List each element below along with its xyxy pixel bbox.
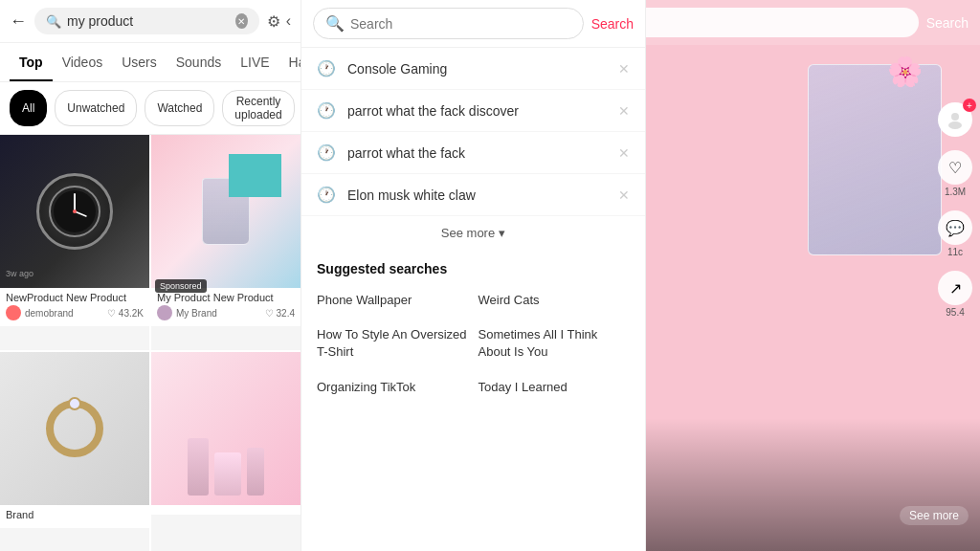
bottle-tall <box>188 438 209 496</box>
suggested-today-i-learned[interactable]: Today I Learned <box>479 375 631 400</box>
sponsored-badge: Sponsored <box>155 279 207 293</box>
like-container: ♡ 1.3M <box>938 150 972 197</box>
dropdown-search-input-wrapper: 🔍 <box>313 8 584 39</box>
clear-button[interactable]: ✕ <box>235 13 248 29</box>
dropdown-search-input[interactable] <box>350 16 571 32</box>
video-meta-1: demobrand ♡ 43.2K <box>6 305 144 320</box>
close-icon-1[interactable]: ✕ <box>618 61 630 77</box>
history-item-parrot2[interactable]: 🕐 parrot what the fack ✕ <box>301 132 645 174</box>
close-icon-3[interactable]: ✕ <box>618 145 630 161</box>
video-title-3: Brand <box>6 509 144 520</box>
video-title-2: My Product New Product <box>157 292 295 303</box>
ring-gem <box>68 397 81 410</box>
search-input-wrapper: 🔍 ✕ <box>34 8 259 34</box>
clock-icon-2: 🕐 <box>317 101 336 120</box>
perfume-large <box>808 64 942 255</box>
filter-unwatched[interactable]: Unwatched <box>55 90 137 126</box>
dropdown-search-icon: 🔍 <box>325 14 345 33</box>
suggested-how-to-style[interactable]: How To Style An Oversized T-Shirt <box>317 322 469 364</box>
tab-live[interactable]: LIVE <box>231 43 278 81</box>
share-count-right: 95.4 <box>938 307 972 318</box>
share-container: ↗ 95.4 <box>938 271 972 318</box>
suggested-title: Suggested searches <box>317 261 630 276</box>
history-text-1: Console Gaming <box>347 61 607 77</box>
clock-icon-4: 🕐 <box>317 186 336 204</box>
left-panel: ← 🔍 ✕ ⚙ ‹ Top Videos Users Sounds LIVE H… <box>0 0 301 551</box>
like-button[interactable]: ♡ <box>938 150 972 185</box>
tab-sounds[interactable]: Sounds <box>167 43 231 81</box>
brand-avatar-1 <box>6 305 21 320</box>
video-card-3[interactable]: Brand <box>0 352 149 552</box>
close-icon-4[interactable]: ✕ <box>618 187 630 203</box>
filter-watched[interactable]: Watched <box>145 90 214 126</box>
filter-row: All Unwatched Watched Recently uploaded <box>0 82 301 135</box>
settings-icon[interactable]: ⚙ <box>267 12 280 31</box>
filter-icons: ⚙ ‹ <box>267 12 291 31</box>
svg-point-5 <box>951 113 959 121</box>
right-search-button[interactable]: Search <box>926 15 969 31</box>
search-icon: 🔍 <box>46 14 61 29</box>
see-more-button-right[interactable]: See more <box>900 506 969 525</box>
history-text-2: parrot what the fack discover <box>347 103 607 119</box>
suggested-grid: Phone Wallpaper Weird Cats How To Style … <box>317 288 630 400</box>
suggested-organizing[interactable]: Organizing TikTok <box>317 375 469 400</box>
video-grid: 3w ago NewProduct New Product demobrand … <box>0 135 301 551</box>
video-info-2: My Product New Product My Brand ♡ 32.4 <box>151 288 301 326</box>
suggested-weird-cats[interactable]: Weird Cats <box>479 288 631 313</box>
clock-icon-3: 🕐 <box>317 143 336 162</box>
comment-container: 💬 11c <box>938 210 972 257</box>
brand-name-1: demobrand <box>25 308 74 319</box>
ring-image <box>46 400 103 457</box>
like-count-2: ♡ 32.4 <box>265 308 295 319</box>
watch-image <box>36 173 113 250</box>
teal-box <box>229 154 281 197</box>
bottle-short <box>214 452 241 496</box>
history-item-elon[interactable]: 🕐 Elon musk white claw ✕ <box>301 174 645 216</box>
see-more-row[interactable]: See more ▾ <box>301 216 645 250</box>
time-ago: 3w ago <box>6 269 33 278</box>
history-item-console[interactable]: 🕐 Console Gaming ✕ <box>301 48 645 90</box>
collapse-icon[interactable]: ‹ <box>286 12 291 31</box>
dropdown-panel: 🔍 Search 🕐 Console Gaming ✕ 🕐 parrot wha… <box>301 0 646 551</box>
search-input[interactable] <box>67 13 230 29</box>
avatar-container[interactable]: + <box>938 102 972 137</box>
close-icon-2[interactable]: ✕ <box>618 103 630 119</box>
svg-point-4 <box>73 209 77 213</box>
video-card-1[interactable]: 3w ago NewProduct New Product demobrand … <box>0 135 149 350</box>
share-button[interactable]: ↗ <box>938 271 972 305</box>
bottle-small <box>247 448 264 496</box>
filter-all[interactable]: All <box>10 90 47 126</box>
dropdown-search-button[interactable]: Search <box>591 16 634 32</box>
comment-button[interactable]: 💬 <box>938 210 972 245</box>
see-more-label: See more <box>441 226 495 240</box>
comment-count-right: 11c <box>938 247 972 257</box>
like-count-1: ♡ 43.2K <box>107 308 144 319</box>
svg-point-6 <box>948 121 962 129</box>
history-text-4: Elon musk white claw <box>347 187 607 203</box>
back-button[interactable]: ← <box>10 11 27 32</box>
suggested-phone-wallpaper[interactable]: Phone Wallpaper <box>317 288 469 313</box>
tab-users[interactable]: Users <box>112 43 167 81</box>
follow-plus-badge: + <box>963 99 976 112</box>
video-meta-2: My Brand ♡ 32.4 <box>157 305 295 320</box>
tab-top[interactable]: Top <box>10 43 53 81</box>
tab-videos[interactable]: Videos <box>53 43 113 81</box>
like-count-right: 1.3M <box>938 187 972 197</box>
video-card-2[interactable]: Sponsored My Product New Product My Bran… <box>151 135 301 350</box>
tabs-row: Top Videos Users Sounds LIVE Hasht... <box>0 43 301 82</box>
suggested-section: Suggested searches Phone Wallpaper Weird… <box>301 250 645 408</box>
tab-hashtag[interactable]: Hasht... <box>279 43 301 81</box>
brand-avatar-2 <box>157 305 172 320</box>
suggested-sometimes-think[interactable]: Sometimes All I Think About Is You <box>479 322 631 364</box>
filter-recently-uploaded[interactable]: Recently uploaded <box>222 90 294 126</box>
dropdown-search-bar: 🔍 Search <box>301 0 645 48</box>
video-card-4[interactable] <box>151 352 301 552</box>
video-info-4 <box>151 505 301 515</box>
chevron-down-icon: ▾ <box>499 226 505 240</box>
video-info-1: NewProduct New Product demobrand ♡ 43.2K <box>0 288 149 326</box>
history-item-parrot1[interactable]: 🕐 parrot what the fack discover ✕ <box>301 90 645 132</box>
history-text-3: parrot what the fack <box>347 145 607 161</box>
dropdown-list: 🕐 Console Gaming ✕ 🕐 parrot what the fac… <box>301 48 645 551</box>
video-title-1: NewProduct New Product <box>6 292 144 303</box>
right-sidebar-icons: + ♡ 1.3M 💬 11c ↗ 95.4 <box>938 102 972 318</box>
